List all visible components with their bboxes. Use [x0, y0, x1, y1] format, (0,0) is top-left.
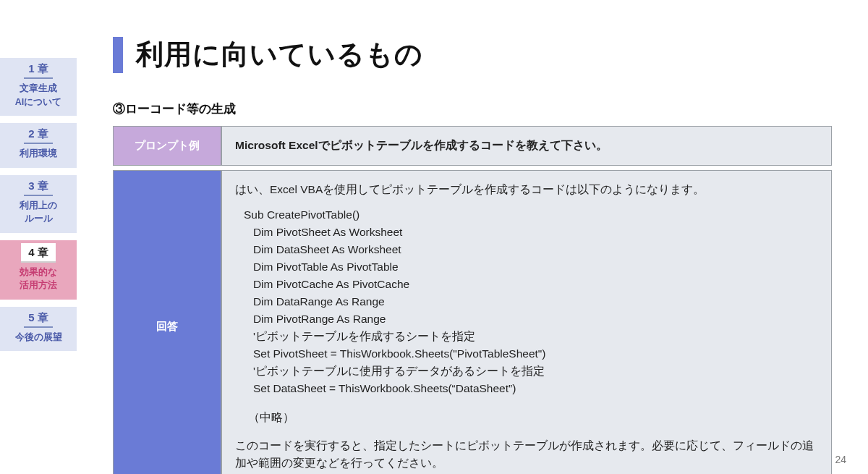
answer-omission: （中略）: [248, 409, 818, 427]
nav-chapter-label: 2 章: [24, 126, 53, 144]
nav-chapter-label: 4 章: [21, 243, 56, 263]
nav-chapter-label: 1 章: [24, 61, 53, 79]
nav-title-label: 利用上の ルール: [20, 200, 57, 224]
nav-title-label: 文章生成 AIについて: [15, 83, 62, 107]
nav-item-ch3[interactable]: 3 章 利用上の ルール: [0, 175, 77, 233]
answer-outro: このコードを実行すると、指定したシートにピボットテーブルが作成されます。必要に応…: [235, 437, 818, 473]
chapter-nav: 1 章 文章生成 AIについて 2 章 利用環境 3 章 利用上の ルール 4 …: [0, 0, 77, 474]
nav-title-label: 利用環境: [20, 148, 57, 158]
prompt-header-cell: プロンプト例: [113, 126, 221, 166]
nav-chapter-label: 5 章: [24, 310, 53, 328]
page-number: 24: [835, 454, 846, 465]
nav-chapter-label: 3 章: [24, 178, 53, 196]
section-subtitle: ③ローコード等の生成: [113, 101, 832, 117]
slide-content: 利用に向いているもの ③ローコード等の生成 プロンプト例 Microsoft E…: [77, 0, 868, 474]
prompt-body-cell: Microsoft Excelでピボットテーブルを作成するコードを教えて下さい。: [221, 126, 832, 166]
answer-intro: はい、Excel VBAを使用してピボットテーブルを作成するコードは以下のように…: [235, 181, 818, 199]
answer-code: Sub CreatePivotTable() Dim PivotSheet As…: [244, 206, 818, 397]
nav-title-label: 今後の展望: [15, 332, 62, 342]
page-title: 利用に向いているもの: [136, 36, 423, 73]
answer-body-cell: はい、Excel VBAを使用してピボットテーブルを作成するコードは以下のように…: [221, 170, 832, 474]
example-table: プロンプト例 Microsoft Excelでピボットテーブルを作成するコードを…: [113, 122, 832, 474]
answer-header-cell: 回答: [113, 170, 221, 474]
slide-page: 1 章 文章生成 AIについて 2 章 利用環境 3 章 利用上の ルール 4 …: [0, 0, 868, 474]
title-row: 利用に向いているもの: [113, 36, 832, 73]
prompt-row: プロンプト例 Microsoft Excelでピボットテーブルを作成するコードを…: [113, 126, 832, 166]
answer-row: 回答 はい、Excel VBAを使用してピボットテーブルを作成するコードは以下の…: [113, 170, 832, 474]
nav-item-ch4[interactable]: 4 章 効果的な 活用方法: [0, 240, 77, 300]
nav-item-ch1[interactable]: 1 章 文章生成 AIについて: [0, 58, 77, 116]
nav-item-ch5[interactable]: 5 章 今後の展望: [0, 307, 77, 352]
title-accent-bar: [113, 37, 123, 73]
nav-item-ch2[interactable]: 2 章 利用環境: [0, 123, 77, 168]
nav-title-label: 効果的な 活用方法: [20, 267, 57, 291]
